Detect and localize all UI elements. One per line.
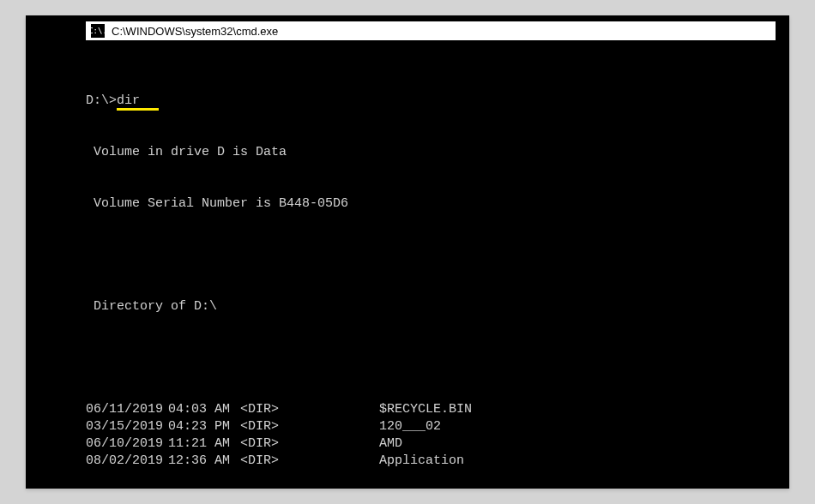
col-size [323,418,371,435]
dir-row: 06/11/201904:03 AM<DIR> $RECYCLE.BIN [86,401,764,418]
col-name: AMD [379,435,764,453]
blank-line [86,350,764,367]
col-size [323,435,371,453]
col-name: Application [379,453,764,470]
typed-command: dir [117,93,140,110]
col-date: 06/11/2019 [86,401,168,418]
col-date: 06/10/2019 [86,435,168,453]
stage: C:\. C:\WINDOWS\system32\cmd.exe D:\>dir… [0,0,815,504]
col-spacer [371,401,379,418]
col-time: 11:21 AM [168,435,240,453]
col-dir-marker: <DIR> [240,418,323,435]
cmd-window: C:\. C:\WINDOWS\system32\cmd.exe D:\>dir… [26,15,789,489]
col-time: 04:23 PM [168,418,240,435]
titlebar[interactable]: C:\. C:\WINDOWS\system32\cmd.exe [86,21,776,40]
prompt-path: D:\> [86,93,117,110]
blank-line [86,247,764,264]
col-size [323,453,371,470]
cmd-icon: C:\. [91,24,105,38]
col-size [323,401,371,418]
col-date: 03/15/2019 [86,418,168,435]
col-date: 08/02/2019 [86,453,168,470]
col-dir-marker: <DIR> [240,401,323,418]
directory-of-line: Directory of D:\ [86,298,764,315]
col-dir-marker: <DIR> [240,435,323,453]
col-name: $RECYCLE.BIN [379,401,764,418]
directory-listing: 06/11/201904:03 AM<DIR> $RECYCLE.BIN03/1… [86,401,764,470]
col-spacer [371,435,379,453]
prompt-line: D:\>dir [86,93,764,110]
dir-row: 06/10/201911:21 AM<DIR> AMD [86,435,764,453]
col-time: 04:03 AM [168,401,240,418]
dir-row: 08/02/201912:36 AM<DIR> Application [86,453,764,470]
col-time: 12:36 AM [168,453,240,470]
dir-row: 03/15/201904:23 PM<DIR> 120___02 [86,418,764,435]
volume-line: Volume in drive D is Data [86,144,764,161]
col-spacer [371,453,379,470]
col-dir-marker: <DIR> [240,453,323,470]
col-name: 120___02 [379,418,764,435]
window-title: C:\WINDOWS\system32\cmd.exe [112,25,278,38]
terminal-output[interactable]: D:\>dir Volume in drive D is Data Volume… [86,58,764,470]
serial-line: Volume Serial Number is B448-05D6 [86,195,764,213]
col-spacer [371,418,379,435]
